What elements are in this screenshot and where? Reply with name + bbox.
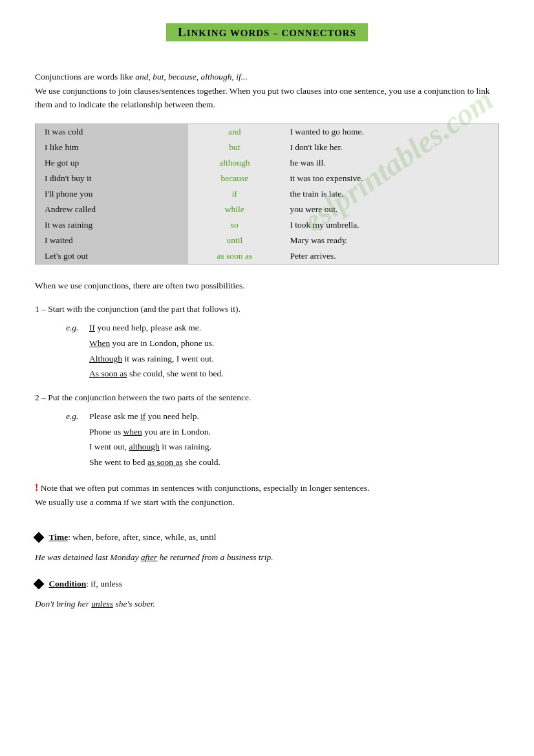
- time-bullet-line: Time: when, before, after, since, while,…: [35, 530, 499, 545]
- title-bar: LINKING WORDS – CONNECTORS: [166, 23, 368, 41]
- time-example-part: He was detained last Monday: [35, 552, 141, 562]
- time-diamond-icon: [34, 532, 45, 543]
- table-cell-right: Mary was ready.: [281, 233, 499, 248]
- time-example-part: he returned from a business trip.: [157, 552, 273, 562]
- condition-label: Condition: [48, 579, 86, 589]
- time-example: He was detained last Monday after he ret…: [35, 550, 499, 565]
- table-row: It was cold and I wanted to go home.: [36, 124, 499, 140]
- note-text: ! Note that we often put commas in sente…: [35, 479, 499, 496]
- example-rest: it was raining, I went out.: [122, 354, 214, 363]
- conjunctions-table: It was cold and I wanted to go home. I l…: [35, 124, 499, 265]
- example-suffix: it was raining.: [160, 442, 211, 451]
- intro-section: Conjunctions are words like and, but, be…: [35, 70, 499, 112]
- table-cell-left: I like him: [36, 140, 189, 155]
- intro-line2: We use conjunctions to join clauses/sent…: [35, 84, 499, 112]
- example-conj: when: [123, 427, 142, 437]
- table-row: Andrew called while you were out.: [36, 202, 499, 217]
- table-cell-left: Andrew called: [36, 202, 189, 217]
- time-label: Time: [48, 532, 68, 542]
- table-cell-left: It was cold: [36, 124, 189, 140]
- condition-example-part: Don't bring her: [35, 599, 91, 609]
- condition-example: Don't bring her unless she's sober.: [35, 597, 499, 612]
- table-row: He got up although he was ill.: [36, 155, 499, 171]
- section2-example: I went out, although it was raining.: [66, 439, 499, 455]
- condition-text: : if, unless: [86, 579, 122, 589]
- possibilities-intro: When we use conjunctions, there are ofte…: [35, 279, 499, 293]
- example-suffix: you need help.: [145, 411, 198, 421]
- section1-heading: 1 – Start with the conjunction (and the …: [35, 302, 499, 316]
- table-row: I like him but I don't like her.: [36, 140, 499, 155]
- table-cell-right: Peter arrives.: [281, 248, 499, 265]
- table-cell-conj: if: [188, 186, 281, 202]
- table-cell-left: I didn't buy it: [36, 171, 189, 186]
- table-cell-left: It was raining: [36, 217, 189, 233]
- table-row: I waited until Mary was ready.: [36, 233, 499, 248]
- section2-example: Phone us when you are in London.: [66, 424, 499, 440]
- example-conj: Although: [89, 354, 122, 363]
- table-cell-right: the train is late.: [281, 186, 499, 202]
- note-text1: Note that we often put commas in sentenc…: [38, 483, 369, 493]
- example-conj: When: [89, 338, 110, 348]
- eg-label: e.g.: [66, 320, 89, 336]
- section1-example: Although it was raining, I went out.: [66, 351, 499, 367]
- section2-example: She went to bed as soon as she could.: [66, 455, 499, 470]
- title-rest: INKING WORDS: [187, 28, 270, 38]
- title-first-letter: L: [178, 25, 187, 39]
- example-rest: you are in London, phone us.: [110, 338, 214, 348]
- intro-line1-italic: and, but, because, although, if...: [135, 72, 248, 81]
- example-prefix: Please ask me: [89, 411, 140, 421]
- table-cell-conj: and: [188, 124, 281, 140]
- example-conj: although: [129, 442, 160, 451]
- table-cell-right: you were out.: [281, 202, 499, 217]
- page-title: LINKING WORDS – CONNECTORS: [178, 28, 356, 38]
- section1-example: e.g.If you need help, please ask me.: [66, 320, 499, 336]
- section1: 1 – Start with the conjunction (and the …: [35, 302, 499, 382]
- table-row: I didn't buy it because it was too expen…: [36, 171, 499, 186]
- possibilities-text: When we use conjunctions, there are ofte…: [35, 279, 499, 293]
- table-cell-right: it was too expensive.: [281, 171, 499, 186]
- table-cell-conj: so: [188, 217, 281, 233]
- example-prefix: I went out,: [89, 442, 129, 451]
- section2-examples: e.g.Please ask me if you need help.Phone…: [66, 409, 499, 470]
- example-conj: If: [89, 323, 95, 332]
- example-conj: As soon as: [89, 369, 127, 378]
- eg-label: e.g.: [66, 409, 89, 424]
- section1-examples: e.g.If you need help, please ask me.When…: [66, 320, 499, 382]
- condition-example-conj: unless: [91, 599, 113, 609]
- section2: 2 – Put the conjunction between the two …: [35, 391, 499, 470]
- table-cell-right: he was ill.: [281, 155, 499, 171]
- table-cell-left: He got up: [36, 155, 189, 171]
- table-cell-conj: until: [188, 233, 281, 248]
- example-prefix: Phone us: [89, 427, 123, 437]
- table-cell-conj: although: [188, 155, 281, 171]
- condition-bullet-line: Condition: if, unless: [35, 577, 499, 592]
- table-row: Let's got out as soon as Peter arrives.: [36, 248, 499, 265]
- section1-example: When you are in London, phone us.: [66, 336, 499, 351]
- table-cell-conj: but: [188, 140, 281, 155]
- example-conj: as soon as: [147, 457, 183, 467]
- table-cell-left: I waited: [36, 233, 189, 248]
- example-rest: you need help, please ask me.: [95, 323, 201, 332]
- time-text: : when, before, after, since, while, as,…: [68, 532, 216, 542]
- table-cell-left: I'll phone you: [36, 186, 189, 202]
- example-suffix: you are in London.: [142, 427, 211, 437]
- note-text2: We usually use a comma if we start with …: [35, 495, 499, 510]
- condition-diamond-icon: [34, 578, 45, 589]
- table-cell-conj: because: [188, 171, 281, 186]
- table-cell-right: I wanted to go home.: [281, 124, 499, 140]
- example-rest: she could, she went to bed.: [127, 369, 224, 378]
- section2-example: e.g.Please ask me if you need help.: [66, 409, 499, 424]
- table-cell-conj: as soon as: [188, 248, 281, 265]
- table-cell-right: I took my umbrella.: [281, 217, 499, 233]
- section1-example: As soon as she could, she went to bed.: [66, 366, 499, 382]
- intro-line1-prefix: Conjunctions are words like: [35, 72, 135, 81]
- title-wrapper: LINKING WORDS – CONNECTORS: [35, 23, 499, 56]
- example-suffix: she could.: [183, 457, 220, 467]
- table-row: I'll phone you if the train is late.: [36, 186, 499, 202]
- table-cell-conj: while: [188, 202, 281, 217]
- table-cell-right: I don't like her.: [281, 140, 499, 155]
- section2-heading: 2 – Put the conjunction between the two …: [35, 391, 499, 405]
- intro-line1: Conjunctions are words like and, but, be…: [35, 70, 499, 84]
- table-row: It was raining so I took my umbrella.: [36, 217, 499, 233]
- note-section: ! Note that we often put commas in sente…: [35, 479, 499, 510]
